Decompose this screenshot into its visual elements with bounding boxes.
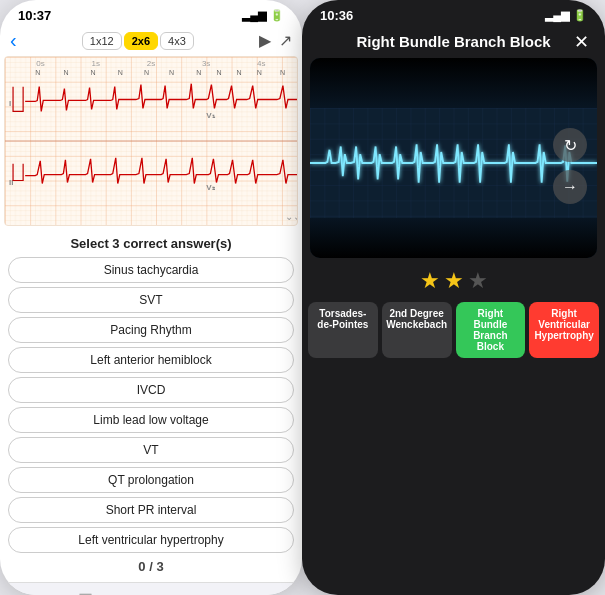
right-header: Right Bundle Branch Block ✕ (302, 25, 605, 54)
status-bar-left: 10:37 ▂▄▆ 🔋 (0, 0, 302, 25)
svg-text:N: N (280, 69, 285, 76)
answer-list: Sinus tachycardia SVT Pacing Rhythm Left… (8, 257, 294, 553)
ecg-actions: ▶ ↗ (259, 31, 292, 50)
svg-text:N: N (257, 69, 262, 76)
status-bar-right: 10:36 ▂▄▆ 🔋 (302, 0, 605, 25)
status-icons-right: ▂▄▆ 🔋 (545, 9, 587, 22)
answer-short-pr[interactable]: Short PR interval (8, 497, 294, 523)
wifi-icon: ▂▄▆ (242, 9, 266, 22)
answer-pacing-rhythm[interactable]: Pacing Rhythm (8, 317, 294, 343)
svg-text:N: N (237, 69, 242, 76)
checkbox-icon: ☐ (78, 591, 93, 595)
star-1: ★ (420, 268, 440, 294)
ecg-wave-area (310, 108, 597, 218)
check-answers-button[interactable]: ☐ CHECK ANSWERS (0, 582, 302, 595)
quiz-section: Select 3 correct answer(s) Sinus tachyca… (0, 228, 302, 582)
battery-icon-right: 🔋 (573, 9, 587, 22)
refresh-button[interactable]: ↻ (553, 128, 587, 162)
ecg-strip: 0s 1s 2s 3s 4s I II (4, 56, 298, 226)
share-icon[interactable]: ↗ (279, 31, 292, 50)
svg-text:I: I (9, 99, 11, 108)
back-button[interactable]: ‹ (10, 29, 17, 52)
ecg-header: ‹ 1x12 2x6 4x3 ▶ ↗ (0, 25, 302, 54)
tab-group: 1x12 2x6 4x3 (82, 32, 194, 50)
svg-text:N: N (196, 69, 201, 76)
svg-text:N: N (169, 69, 174, 76)
next-button[interactable]: → (553, 170, 587, 204)
answer-tags: Torsades-de-Pointes 2nd Degree Wenckebac… (302, 302, 605, 358)
tag-rbbb[interactable]: Right Bundle Branch Block (456, 302, 526, 358)
play-icon[interactable]: ▶ (259, 31, 271, 50)
answer-left-anterior[interactable]: Left anterior hemiblock (8, 347, 294, 373)
stars-row: ★ ★ ★ (302, 268, 605, 294)
svg-text:N: N (144, 69, 149, 76)
answer-ivcd[interactable]: IVCD (8, 377, 294, 403)
quiz-title: Select 3 correct answer(s) (8, 236, 294, 251)
svg-text:N: N (35, 69, 40, 76)
left-phone: 10:37 ▂▄▆ 🔋 ‹ 1x12 2x6 4x3 ▶ ↗ 0s 1s 2s … (0, 0, 302, 595)
tag-rvh[interactable]: Right Ventricular Hypertrophy (529, 302, 599, 358)
answer-limb-lead[interactable]: Limb lead low voltage (8, 407, 294, 433)
close-button[interactable]: ✕ (574, 31, 589, 53)
answer-qt-prolongation[interactable]: QT prolongation (8, 467, 294, 493)
answer-vt[interactable]: VT (8, 437, 294, 463)
svg-text:V₁: V₁ (206, 111, 215, 120)
svg-text:N: N (91, 69, 96, 76)
svg-text:N: N (216, 69, 221, 76)
tab-1x12[interactable]: 1x12 (82, 32, 122, 50)
battery-icon: 🔋 (270, 9, 284, 22)
score-display: 0 / 3 (8, 559, 294, 574)
tab-2x6[interactable]: 2x6 (124, 32, 158, 50)
tag-torsades[interactable]: Torsades-de-Pointes (308, 302, 378, 358)
right-title: Right Bundle Branch Block (356, 33, 550, 50)
star-3: ★ (468, 268, 488, 294)
right-phone: 10:36 ▂▄▆ 🔋 Right Bundle Branch Block ✕ (302, 0, 605, 595)
status-time-right: 10:36 (320, 8, 353, 23)
answer-left-ventricular[interactable]: Left ventricular hypertrophy (8, 527, 294, 553)
answer-sinus-tachycardia[interactable]: Sinus tachycardia (8, 257, 294, 283)
svg-text:N: N (63, 69, 68, 76)
status-time-left: 10:37 (18, 8, 51, 23)
wifi-icon-right: ▂▄▆ (545, 9, 569, 22)
svg-text:N: N (118, 69, 123, 76)
status-icons-left: ▂▄▆ 🔋 (242, 9, 284, 22)
star-2: ★ (444, 268, 464, 294)
tag-wenckebach[interactable]: 2nd Degree Wenckebach (382, 302, 452, 358)
svg-text:⌄⌄: ⌄⌄ (285, 211, 297, 222)
ecg-svg: I II N N N N N N N N N N N V₁ V₂ (5, 57, 297, 225)
tab-4x3[interactable]: 4x3 (160, 32, 194, 50)
answer-svt[interactable]: SVT (8, 287, 294, 313)
svg-text:V₂: V₂ (206, 183, 215, 192)
ecg-right-svg (310, 108, 597, 218)
ecg-display: ↻ → (310, 58, 597, 258)
